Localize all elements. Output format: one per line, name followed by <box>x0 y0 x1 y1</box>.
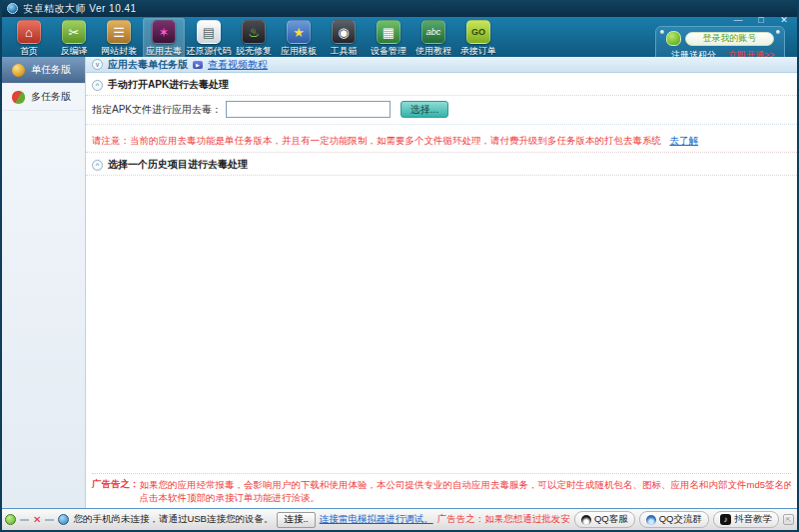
tool-toolbox[interactable]: ◉ 工具箱 <box>323 18 365 59</box>
toolbox-icon: ◉ <box>332 20 356 44</box>
qq-service-label: QQ客服 <box>594 513 628 526</box>
apk-file-row: 指定APK文件进行应用去毒： 选择... <box>86 96 797 125</box>
ad-line-1: 如果您的应用经常报毒，会影响用户的下载和使用体验，本公司提供专业的自动应用去毒服… <box>140 478 792 491</box>
qq-group-label: QQ交流群 <box>659 513 702 526</box>
tool-unpack-repair[interactable]: ♨ 脱壳修复 <box>233 18 275 59</box>
tutorial-icon: abc <box>421 20 445 44</box>
tool-decompile[interactable]: ✂ 反编译 <box>53 18 95 59</box>
panel-header: v 应用去毒单任务版 ▶ 查看视频教程 <box>86 57 797 73</box>
app-logo-icon <box>7 3 18 14</box>
multi-task-icon <box>12 91 25 104</box>
statusbar-ad-text: 广告告之：如果您想通过批发安卓精改大师的永久会员账号赚钱，请点击顶部的“承接订单… <box>437 513 570 526</box>
android-mascot-icon <box>666 31 681 46</box>
unpack-repair-icon: ♨ <box>242 20 266 44</box>
screw-dot-icon <box>776 30 780 34</box>
connection-status-text: 您的手机尚未连接，请通过USB连接您的设备。 <box>73 513 273 526</box>
panel-title: 应用去毒单任务版 <box>108 58 188 72</box>
history-section-header: ^ 选择一个历史项目进行去毒处理 <box>86 153 797 176</box>
video-tutorial-link[interactable]: 查看视频教程 <box>208 58 268 72</box>
ad-block: 广告告之： 如果您的应用经常报毒，会影响用户的下载和使用体验，本公司提供专业的自… <box>92 473 791 504</box>
app-detox-icon: ✶ <box>152 20 176 44</box>
apk-field-label: 指定APK文件进行应用去毒： <box>92 103 222 117</box>
section-title: 手动打开APK进行去毒处理 <box>108 78 229 92</box>
connection-line <box>45 519 54 521</box>
home-icon: ⌂ <box>17 20 41 44</box>
tool-home[interactable]: ⌂ 首页 <box>8 18 50 59</box>
maximize-button[interactable]: □ <box>754 15 768 25</box>
window-title: 安卓精改大师 Ver 10.41 <box>23 2 137 16</box>
section-title: 选择一个历史项目进行去毒处理 <box>108 158 248 172</box>
computer-status-icon <box>58 514 69 525</box>
disconnected-x-icon: ✕ <box>33 514 41 525</box>
sidebar-item-label: 单任务版 <box>31 63 71 77</box>
emulator-debug-link[interactable]: 连接雷电模拟器进行调试。 <box>320 513 433 526</box>
title-bar: 安卓精改大师 Ver 10.41 <box>2 0 797 17</box>
login-button[interactable]: 登录我的账号 <box>685 32 774 46</box>
app-window: 安卓精改大师 Ver 10.41 ⌂ 首页 ✂ 反编译 ☰ 网站封装 ✶ <box>0 0 799 532</box>
notice-text: 请注意：当前的应用去毒功能是单任务版本，并且有一定功能限制，如需要多个文件循环处… <box>92 135 661 146</box>
ad-label: 广告告之： <box>92 478 140 504</box>
learn-more-link[interactable]: 去了解 <box>669 135 698 146</box>
website-package-icon: ☰ <box>107 20 131 44</box>
select-apk-button[interactable]: 选择... <box>400 101 448 118</box>
close-button[interactable]: ✕ <box>777 15 791 25</box>
apk-file-input[interactable] <box>226 101 391 118</box>
qq-group-button[interactable]: QQ交流群 <box>639 511 709 528</box>
video-icon: ▶ <box>193 61 203 69</box>
sidebar-item-label: 多任务版 <box>31 90 71 104</box>
tool-label: 首页 <box>20 45 38 58</box>
qq-group-icon <box>646 515 656 525</box>
tool-orders[interactable]: GO 承接订单 <box>457 18 499 59</box>
device-manager-icon: ▦ <box>377 20 400 44</box>
tool-app-template[interactable]: ★ 应用模板 <box>278 18 320 59</box>
tool-label: 反编译 <box>61 45 88 58</box>
chevron-up-icon[interactable]: ^ <box>92 80 103 91</box>
manual-section-header: ^ 手动打开APK进行去毒处理 <box>86 73 797 96</box>
app-template-icon: ★ <box>287 20 311 44</box>
sidebar: 单任务版 多任务版 <box>2 57 86 508</box>
sidebar-item-single-task[interactable]: 单任务版 <box>2 57 85 84</box>
chevron-up-icon[interactable]: ^ <box>92 160 103 171</box>
connect-button[interactable]: 连接.. <box>277 512 315 528</box>
ad-line-2: 点击本软件顶部的承接订单功能进行洽谈。 <box>140 491 792 504</box>
tool-device-manager[interactable]: ▦ 设备管理 <box>368 18 409 59</box>
qq-penguin-icon <box>581 515 591 525</box>
decompile-icon: ✂ <box>62 20 86 44</box>
tool-restore-source[interactable]: ▤ 还原源代码 <box>188 18 230 59</box>
minimize-button[interactable]: — <box>731 15 745 25</box>
window-controls: — □ ✕ <box>731 15 791 25</box>
tool-website-package[interactable]: ☰ 网站封装 <box>98 18 140 59</box>
tool-tutorial[interactable]: abc 使用教程 <box>412 18 454 59</box>
douyin-button[interactable]: ♪ 抖音教学 <box>713 511 779 528</box>
connection-line <box>20 519 29 521</box>
sidebar-item-multi-task[interactable]: 多任务版 <box>2 84 85 111</box>
douyin-icon: ♪ <box>720 514 731 525</box>
chevron-down-icon[interactable]: v <box>92 59 103 70</box>
status-bar: ✕ 您的手机尚未连接，请通过USB连接您的设备。 连接.. 连接雷电模拟器进行调… <box>2 508 797 530</box>
screw-dot-icon <box>660 30 664 34</box>
main-toolbar: ⌂ 首页 ✂ 反编译 ☰ 网站封装 ✶ 应用去毒 ▤ 还原源代码 <box>2 17 797 57</box>
douyin-label: 抖音教学 <box>734 513 772 526</box>
single-task-icon <box>12 64 25 77</box>
tool-app-detox[interactable]: ✶ 应用去毒 <box>143 18 185 59</box>
qq-service-button[interactable]: QQ客服 <box>574 511 635 528</box>
main-panel: v 应用去毒单任务版 ▶ 查看视频教程 ^ 手动打开APK进行去毒处理 指定AP… <box>86 57 797 508</box>
restore-source-icon: ▤ <box>197 20 221 44</box>
link-grip-icon[interactable]: ⇱ <box>783 514 794 525</box>
orders-icon: GO <box>466 20 490 44</box>
device-status-icon <box>5 514 16 525</box>
notice-row: 请注意：当前的应用去毒功能是单任务版本，并且有一定功能限制，如需要多个文件循环处… <box>86 125 797 153</box>
